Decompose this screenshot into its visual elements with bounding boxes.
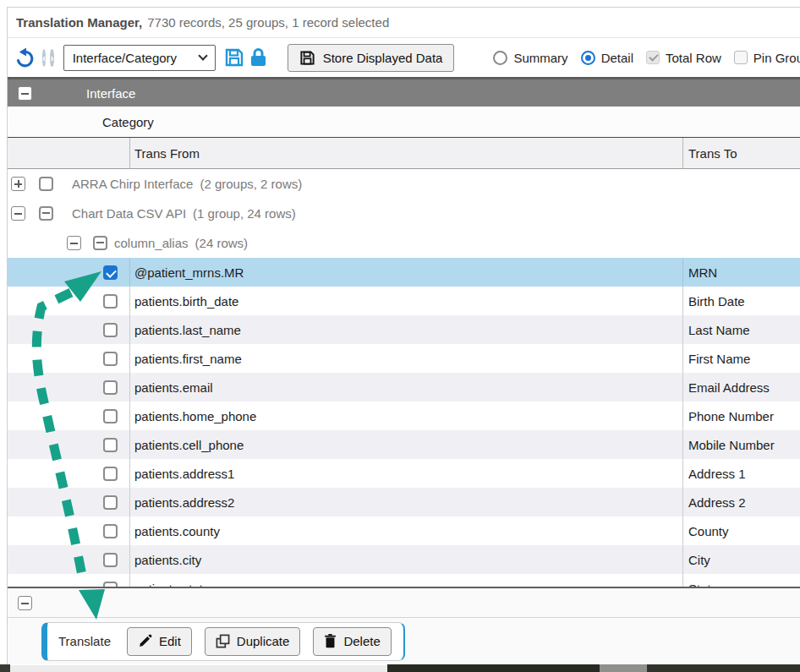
trash-icon bbox=[324, 634, 337, 648]
table-row[interactable]: patients.emailEmail Address bbox=[8, 373, 800, 402]
translate-label: Translate bbox=[58, 634, 111, 648]
row-select-cell bbox=[8, 516, 129, 545]
row-select-cell bbox=[8, 315, 129, 344]
trans-from-cell: patients.email bbox=[129, 373, 682, 402]
trans-to-cell: Address 2 bbox=[682, 488, 800, 516]
row-checkbox[interactable] bbox=[103, 582, 118, 587]
interface-header-label: Interface bbox=[86, 86, 135, 101]
view-mode-select[interactable]: Interface/Category bbox=[63, 45, 216, 71]
table-row[interactable]: patients.address2Address 2 bbox=[8, 488, 800, 516]
row-checkbox[interactable] bbox=[103, 524, 118, 538]
pin-groups-checkbox[interactable] bbox=[734, 51, 748, 64]
group-row-arra-chirp[interactable]: ARRA Chirp Interface (2 groups, 2 rows) bbox=[8, 169, 800, 199]
table-row[interactable]: patients.stateState bbox=[8, 574, 800, 587]
trans-from-cell: patients.cell_phone bbox=[129, 430, 682, 459]
row-checkbox-checked[interactable] bbox=[103, 265, 118, 280]
row-checkbox[interactable] bbox=[103, 294, 118, 309]
trans-from-cell: patients.county bbox=[129, 516, 682, 545]
desktop-strip bbox=[0, 664, 800, 672]
trans-from-cell: patients.state bbox=[129, 574, 682, 587]
total-row-label: Total Row bbox=[666, 51, 721, 65]
trans-from-cell: patients.birth_date bbox=[129, 287, 682, 315]
row-select-cell bbox=[8, 373, 129, 402]
copy-icon bbox=[216, 634, 230, 648]
trans-to-cell: City bbox=[682, 545, 800, 574]
group-row-chart-data-csv[interactable]: Chart Data CSV API (1 group, 24 rows) bbox=[8, 199, 800, 228]
leaf-rows-container: @patient_mrns.MRMRNpatients.birth_dateBi… bbox=[8, 258, 800, 587]
group-checkbox-indeterminate[interactable] bbox=[93, 236, 107, 250]
row-select-cell bbox=[8, 545, 129, 574]
interface-group-header: Interface bbox=[8, 77, 800, 107]
expand-icon[interactable] bbox=[11, 177, 25, 191]
table-row[interactable]: patients.home_phonePhone Number bbox=[8, 402, 800, 430]
summary-radio[interactable] bbox=[493, 51, 507, 65]
group-checkbox-unchecked[interactable] bbox=[39, 177, 53, 191]
save-icon[interactable] bbox=[224, 47, 244, 68]
detail-panel-toolbar: Translate Edit Duplicate Delete bbox=[8, 618, 800, 664]
toolbar: ‹ › Interface/Category Store Displayed D… bbox=[8, 38, 800, 77]
trans-from-cell: @patient_mrns.MR bbox=[129, 258, 682, 287]
view-mode-value: Interface/Category bbox=[73, 51, 177, 65]
total-row-checkbox[interactable] bbox=[646, 51, 660, 64]
summary-radio-label: Summary bbox=[513, 51, 567, 65]
edit-button[interactable]: Edit bbox=[127, 627, 192, 656]
row-checkbox[interactable] bbox=[103, 495, 118, 510]
trans-to-cell: Email Address bbox=[682, 373, 800, 402]
trans-from-cell: patients.address2 bbox=[129, 488, 682, 516]
category-group-header: Category bbox=[8, 107, 800, 137]
chevron-down-icon bbox=[198, 51, 207, 60]
store-icon bbox=[299, 50, 315, 66]
grid-rows: ARRA Chirp Interface (2 groups, 2 rows) … bbox=[8, 169, 800, 587]
row-select-cell bbox=[8, 402, 129, 430]
row-select-cell bbox=[8, 488, 129, 516]
row-checkbox[interactable] bbox=[103, 352, 118, 366]
trans-to-cell: Phone Number bbox=[682, 402, 800, 430]
table-row[interactable]: @patient_mrns.MRMRN bbox=[8, 258, 800, 287]
trans-to-cell: Last Name bbox=[682, 315, 800, 344]
record-summary: 7730 records, 25 groups, 1 record select… bbox=[147, 15, 389, 30]
trans-from-cell: patients.address1 bbox=[129, 459, 682, 488]
nav-forward-icon[interactable]: › bbox=[50, 49, 53, 67]
collapse-icon[interactable] bbox=[67, 236, 81, 250]
page-title: Translation Manager, bbox=[16, 15, 142, 30]
column-header-row: Trans From Trans To bbox=[8, 137, 800, 169]
trans-from-cell: patients.last_name bbox=[129, 315, 682, 344]
trans-to-cell: Birth Date bbox=[682, 287, 800, 315]
table-row[interactable]: patients.address1Address 1 bbox=[8, 459, 800, 488]
row-checkbox[interactable] bbox=[103, 380, 118, 395]
table-row[interactable]: patients.countyCounty bbox=[8, 516, 800, 545]
trans-to-column-header[interactable]: Trans To bbox=[682, 138, 800, 168]
row-select-cell bbox=[8, 287, 129, 315]
row-checkbox[interactable] bbox=[103, 553, 118, 567]
store-displayed-data-button[interactable]: Store Displayed Data bbox=[288, 44, 455, 72]
detail-radio[interactable] bbox=[581, 51, 595, 65]
duplicate-button[interactable]: Duplicate bbox=[205, 627, 301, 656]
group-checkbox-indeterminate[interactable] bbox=[39, 206, 53, 221]
table-row[interactable]: patients.cell_phoneMobile Number bbox=[8, 430, 800, 459]
collapse-icon[interactable] bbox=[18, 596, 32, 610]
collapse-icon[interactable] bbox=[11, 206, 25, 221]
trans-from-column-header[interactable]: Trans From bbox=[129, 138, 682, 168]
title-bar: Translation Manager, 7730 records, 25 gr… bbox=[8, 8, 800, 38]
row-checkbox[interactable] bbox=[103, 323, 118, 337]
trans-from-cell: patients.first_name bbox=[129, 344, 682, 373]
row-checkbox[interactable] bbox=[103, 467, 118, 481]
row-checkbox[interactable] bbox=[103, 438, 118, 452]
detail-radio-label: Detail bbox=[601, 51, 633, 65]
delete-button[interactable]: Delete bbox=[313, 627, 391, 656]
table-row[interactable]: patients.last_nameLast Name bbox=[8, 315, 800, 344]
row-select-cell bbox=[8, 459, 129, 488]
table-row[interactable]: patients.birth_dateBirth Date bbox=[8, 287, 800, 315]
subgroup-row-column-alias[interactable]: column_alias (24 rows) bbox=[8, 228, 800, 258]
collapse-icon[interactable] bbox=[18, 86, 32, 101]
trans-to-cell: Address 1 bbox=[682, 459, 800, 488]
lock-icon[interactable] bbox=[249, 47, 267, 68]
undo-icon[interactable] bbox=[14, 47, 36, 68]
row-checkbox[interactable] bbox=[103, 409, 118, 423]
translation-manager-window: Translation Manager, 7730 records, 25 gr… bbox=[7, 7, 800, 664]
tree-column-header bbox=[8, 138, 129, 168]
table-row[interactable]: patients.cityCity bbox=[8, 545, 800, 574]
table-row[interactable]: patients.first_nameFirst Name bbox=[8, 344, 800, 373]
nav-back-icon[interactable]: ‹ bbox=[42, 49, 46, 67]
trans-to-cell: State bbox=[682, 574, 800, 587]
